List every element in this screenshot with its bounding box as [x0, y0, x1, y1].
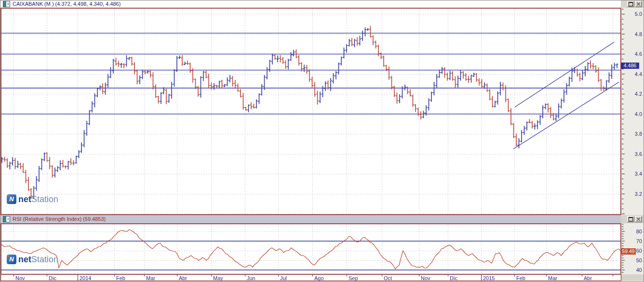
- logo-letter: N: [9, 194, 13, 204]
- restore-icon: [629, 217, 633, 221]
- month-label: Ago: [314, 275, 324, 281]
- logo-text-light: Station: [31, 255, 58, 264]
- restore-button[interactable]: [627, 1, 634, 7]
- month-label: Abr: [179, 275, 187, 281]
- price-axis-label: 4.4: [623, 71, 642, 77]
- rsi-panel-titlebar[interactable]: RSI (Relative Strength Index) (59.4853): [0, 216, 620, 223]
- netstation-logo: N netStation: [7, 194, 58, 204]
- chart-window-icon: [3, 1, 10, 7]
- year-label: 2015: [483, 275, 495, 281]
- restore-icon: [629, 2, 633, 6]
- price-axis-label: 4.0: [623, 111, 642, 117]
- rsi-value-badge: 59.49: [621, 248, 636, 255]
- charts-canvas[interactable]: [0, 0, 644, 282]
- price-axis-label: 4.2: [623, 91, 642, 97]
- netstation-icon: N: [7, 255, 16, 264]
- netstation-logo: N netStation: [7, 255, 58, 264]
- price-axis-label: 3.8: [623, 131, 642, 137]
- price-axis-label: 5.0: [623, 11, 642, 17]
- rsi-axis-label: 80: [623, 229, 642, 234]
- main-panel-title: CAIXABANK (M ) (4.372, 4.498, 4.340, 4.4…: [13, 1, 121, 7]
- year-label: 2014: [80, 275, 91, 281]
- close-button[interactable]: [635, 1, 642, 7]
- netstation-icon: N: [7, 194, 16, 204]
- month-label: Abr: [584, 275, 592, 281]
- rsi-axis-label: 40: [623, 267, 642, 273]
- price-axis-label: 4.8: [623, 31, 642, 37]
- main-panel-titlebar[interactable]: CAIXABANK (M ) (4.372, 4.498, 4.340, 4.4…: [0, 0, 620, 8]
- month-label: Feb: [116, 275, 125, 281]
- rsi-restore-button[interactable]: [627, 216, 634, 222]
- month-label: Dic: [450, 275, 457, 281]
- month-label: Jun: [247, 275, 255, 281]
- price-axis-label: 3.2: [623, 191, 642, 197]
- month-label: Mar: [146, 275, 155, 281]
- month-label: Oct: [384, 275, 392, 281]
- close-icon: [636, 217, 641, 221]
- close-icon: [636, 2, 641, 6]
- price-axis-label: 4.6: [623, 51, 642, 57]
- month-label: Sep: [349, 275, 358, 281]
- price-axis-label: 3.6: [623, 151, 642, 157]
- last-price-badge: 4.486: [621, 63, 639, 69]
- netstation-window: CAIXABANK (M ) (4.372, 4.498, 4.340, 4.4…: [0, 0, 644, 282]
- chart-window-icon: [3, 216, 10, 222]
- month-label: Nov: [421, 275, 430, 281]
- month-label: Nov: [15, 275, 25, 281]
- rsi-axis-label: 50: [623, 257, 642, 263]
- month-label: May: [213, 275, 223, 281]
- rsi-panel-title: RSI (Relative Strength Index) (59.4853): [13, 217, 106, 222]
- price-axis-label: 3.4: [623, 171, 642, 177]
- month-label: Jul: [280, 275, 287, 281]
- month-label: Feb: [516, 275, 525, 281]
- logo-text-bold: net: [18, 255, 31, 264]
- logo-letter: N: [9, 255, 13, 264]
- rsi-close-button[interactable]: [635, 216, 642, 222]
- logo-text-bold: net: [18, 194, 31, 204]
- rsi-axis-label: 70: [623, 238, 642, 244]
- month-label: Mar: [548, 275, 557, 281]
- month-label: Dic: [49, 275, 56, 281]
- logo-text-light: Station: [31, 194, 58, 204]
